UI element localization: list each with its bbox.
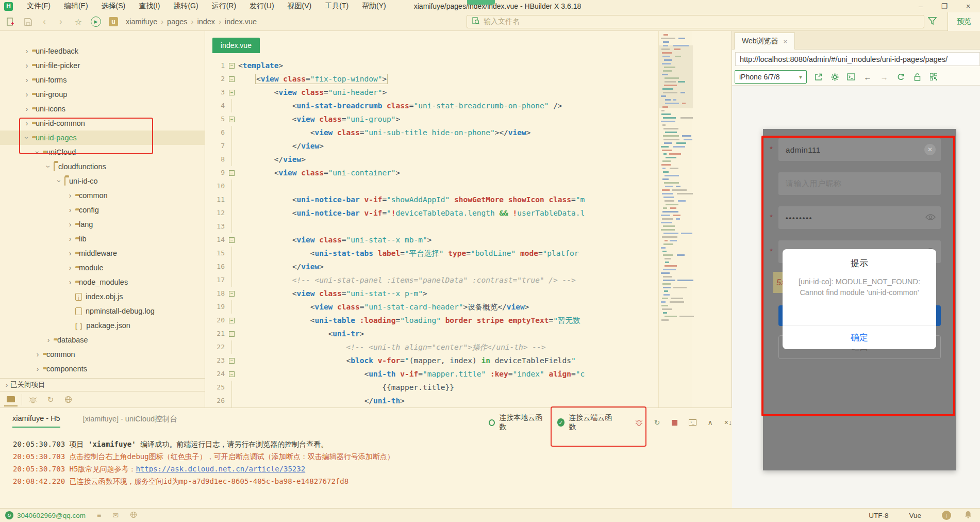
chevron-icon[interactable]: › <box>45 336 52 344</box>
fold-marker-icon[interactable]: − <box>229 331 235 337</box>
code-line-16[interactable]: 16 </view> <box>205 260 659 273</box>
filetype-label[interactable]: Vue <box>909 512 921 519</box>
code-line-22[interactable]: 22 <!-- <uni-th align="center">操作</uni-t… <box>205 340 659 354</box>
collapse-panel-icon[interactable]: ∧ <box>708 418 713 427</box>
code-line-9[interactable]: 9− <view class="uni-container"> <box>205 166 659 180</box>
code-line-20[interactable]: 20− <uni-table :loading="loading" border… <box>205 314 659 327</box>
form-field-2[interactable]: 请输入用户昵称 <box>778 172 941 195</box>
browser-tab-close-icon[interactable]: × <box>784 38 788 45</box>
back-button[interactable]: ‹ <box>38 15 51 28</box>
code-line-21[interactable]: 21− <uni-tr> <box>205 327 659 340</box>
preview-button[interactable]: 预览 <box>948 12 980 31</box>
console-tab-active[interactable]: xiamifuye - H5 <box>12 414 60 428</box>
minimap[interactable] <box>658 31 692 407</box>
encoding-label[interactable]: UTF-8 <box>869 512 888 519</box>
debug-ladybug-icon[interactable] <box>635 419 643 427</box>
modal-confirm-button[interactable]: 确定 <box>783 325 936 349</box>
tree-item-package.json[interactable]: ›[ ]package.json <box>0 318 205 333</box>
tree-item-lang[interactable]: ›lang <box>0 217 205 232</box>
web-globe-icon[interactable] <box>61 393 75 406</box>
chevron-icon[interactable]: › <box>34 350 41 358</box>
code-line-11[interactable]: 11 <uni-notice-bar v-if="showAddAppId" s… <box>205 193 659 206</box>
chevron-icon[interactable]: › <box>23 76 30 84</box>
tree-item-uni-feedback[interactable]: ›uni-feedback <box>0 44 205 58</box>
chevron-icon[interactable]: › <box>23 90 30 99</box>
refresh-project-icon[interactable]: ↻ <box>44 393 57 406</box>
menu-R[interactable]: 运行(R) <box>205 2 243 11</box>
eye-icon[interactable] <box>925 214 936 222</box>
chevron-icon[interactable]: › <box>44 163 53 170</box>
project-manager-icon[interactable] <box>4 393 18 406</box>
code-line-15[interactable]: 15 <uni-stat-tabs label="平台选择" type="bol… <box>205 247 659 260</box>
chevron-icon[interactable]: › <box>34 149 42 156</box>
menu-V[interactable]: 视图(V) <box>281 2 319 11</box>
fold-marker-icon[interactable]: − <box>229 90 235 95</box>
tree-item-cloudfunctions[interactable]: ›cloudfunctions <box>0 159 205 174</box>
tree-item-common[interactable]: ›common <box>0 188 205 203</box>
open-external-icon[interactable] <box>813 72 823 81</box>
forward-button[interactable]: › <box>55 15 67 28</box>
console-terminal-icon[interactable] <box>846 72 856 81</box>
code-line-24[interactable]: 24− <uni-th v-if="mapper.title" :key="in… <box>205 367 659 381</box>
closed-projects-section[interactable]: › 已关闭项目 <box>0 378 205 391</box>
editor-tab-index-vue[interactable]: index.vue <box>212 38 260 53</box>
new-console-icon[interactable]: ›_ <box>689 419 696 426</box>
fold-marker-icon[interactable]: − <box>229 117 235 122</box>
close-button[interactable]: × <box>956 0 980 12</box>
close-panel-icon[interactable]: ×↓ <box>724 418 732 427</box>
lock-icon[interactable] <box>912 72 922 81</box>
code-line-13[interactable]: 13 <box>205 220 659 233</box>
fold-marker-icon[interactable]: − <box>229 318 235 323</box>
menu-T[interactable]: 工具(T) <box>318 2 355 11</box>
browser-refresh-icon[interactable] <box>896 72 905 81</box>
chevron-icon[interactable]: › <box>67 264 74 272</box>
mail-icon[interactable]: ✉ <box>112 511 119 519</box>
fold-marker-icon[interactable]: − <box>229 170 235 176</box>
tree-item-uni-id-common[interactable]: ›uni-id-common <box>0 116 205 130</box>
chevron-icon[interactable]: › <box>67 191 74 200</box>
code-line-7[interactable]: 7 </view> <box>205 139 659 153</box>
tree-item-uni-icons[interactable]: ›uni-icons <box>0 102 205 116</box>
console-tab-inactive[interactable]: [xiamifuye] - uniCloud控制台 <box>83 414 177 428</box>
code-area[interactable]: 1−<template>2− <view class="fix-top-wind… <box>205 59 659 407</box>
restart-icon[interactable]: ↻ <box>654 418 660 427</box>
tree-item-common[interactable]: ›common <box>0 347 205 362</box>
notification-bell-icon[interactable] <box>965 511 972 520</box>
connect-cloud-button[interactable]: 连接云端云函数 <box>569 413 614 432</box>
form-field-3[interactable]: *•••••••• <box>778 206 941 229</box>
code-line-25[interactable]: 25 {{mapper.title}} <box>205 381 659 394</box>
tree-item-uniCloud[interactable]: ›uniCloud <box>0 145 205 159</box>
device-selector[interactable]: iPhone 6/7/8 ▼ <box>735 70 807 84</box>
tree-item-lib[interactable]: ›lib <box>0 232 205 246</box>
network-globe-icon[interactable] <box>130 511 137 520</box>
menu-I[interactable]: 查找(I) <box>132 2 167 11</box>
code-line-5[interactable]: 5− <view class="uni-group"> <box>205 112 659 126</box>
tree-item-module[interactable]: ›module <box>0 260 205 275</box>
tree-item-npminstall-debug.log[interactable]: ›npminstall-debug.log <box>0 304 205 318</box>
chevron-icon[interactable]: › <box>23 47 30 55</box>
code-line-14[interactable]: 14− <view class="uni-stat--x mb-m"> <box>205 233 659 247</box>
code-line-17[interactable]: 17 <!-- <uni-stat-panel :items="panelDat… <box>205 273 659 287</box>
log-link[interactable]: https://ask.dcloud.net.cn/article/35232 <box>136 465 305 473</box>
download-icon[interactable]: ↓ <box>942 511 951 520</box>
tree-item-middleware[interactable]: ›middleware <box>0 246 205 260</box>
menu-E[interactable]: 编辑(E) <box>57 2 95 11</box>
breadcrumb-item[interactable]: pages <box>165 18 190 26</box>
breadcrumb-item[interactable]: index <box>195 18 217 26</box>
maximize-button[interactable]: ❐ <box>933 0 956 12</box>
tree-item-uni-id-pages[interactable]: ›uni-id-pages <box>0 130 205 145</box>
browser-tab[interactable]: Web浏览器 × <box>734 32 795 50</box>
code-line-19[interactable]: 19 <view class="uni-stat-card-header">设备… <box>205 300 659 314</box>
file-search-input[interactable]: 输入文件名 <box>467 15 924 28</box>
minimize-button[interactable]: – <box>909 0 933 12</box>
chevron-icon[interactable]: › <box>67 278 74 286</box>
url-input[interactable]: http://localhost:8080/admin/#/uni_module… <box>735 52 980 66</box>
form-field-1[interactable]: *admin111✕ <box>778 138 941 161</box>
menu-G[interactable]: 跳转(G) <box>167 2 205 11</box>
fold-marker-icon[interactable]: − <box>229 63 235 69</box>
connect-local-button[interactable]: 连接本地云函数 <box>499 413 545 432</box>
tree-item-uni-forms[interactable]: ›uni-forms <box>0 73 205 87</box>
qr-code-icon[interactable] <box>929 72 938 81</box>
breadcrumb-item[interactable]: xiamifuye <box>124 18 159 26</box>
account-email[interactable]: 3040602969@qq.com <box>17 512 86 519</box>
